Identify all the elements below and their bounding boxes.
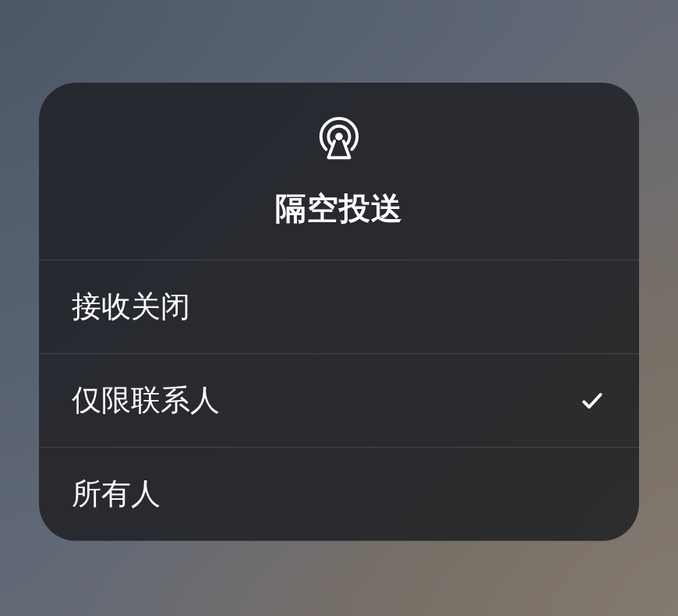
checkmark-icon	[578, 387, 606, 415]
svg-point-0	[335, 133, 343, 140]
option-label: 仅限联系人	[72, 381, 220, 420]
panel-header: 隔空投送	[39, 83, 639, 260]
panel-title: 隔空投送	[275, 187, 403, 230]
option-label: 所有人	[72, 474, 161, 514]
airdrop-panel: 隔空投送 接收关闭 仅限联系人 所有人	[39, 83, 639, 541]
option-label: 接收关闭	[72, 287, 190, 327]
airdrop-icon	[315, 114, 363, 165]
option-everyone[interactable]: 所有人	[39, 448, 639, 541]
option-receiving-off[interactable]: 接收关闭	[39, 260, 639, 354]
option-contacts-only[interactable]: 仅限联系人	[39, 354, 639, 448]
